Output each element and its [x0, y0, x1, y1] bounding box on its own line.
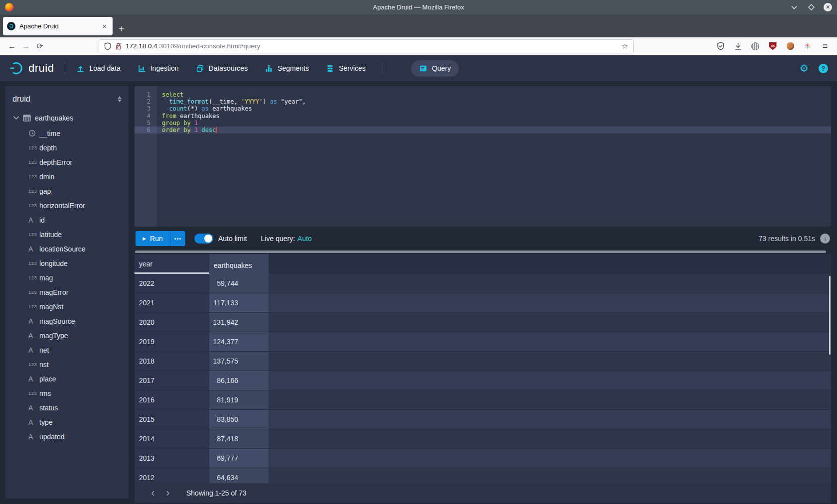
- run-button[interactable]: ▶ Run: [136, 231, 170, 246]
- close-button[interactable]: ✕: [824, 3, 832, 11]
- header-earthquakes[interactable]: earthquakes: [209, 254, 269, 274]
- cell-year[interactable]: 2016: [135, 390, 209, 409]
- table-row[interactable]: 2019124,377: [135, 332, 831, 352]
- editor-code[interactable]: select time_format(__time, 'YYYY') as "y…: [157, 86, 831, 227]
- chevron-down-icon[interactable]: [13, 116, 19, 120]
- prev-page-button[interactable]: ‹: [145, 488, 160, 498]
- table-row[interactable]: 201583,850: [135, 410, 831, 429]
- column-item[interactable]: AlocationSource: [5, 242, 129, 256]
- column-item[interactable]: AmagSource: [5, 314, 129, 328]
- column-item[interactable]: 123depth: [5, 140, 129, 155]
- cell-earthquakes[interactable]: 131,942: [209, 313, 269, 332]
- tab-close-icon[interactable]: ×: [100, 22, 109, 30]
- url-bar[interactable]: 172.18.0.4:30109/unified-console.html#qu…: [99, 39, 634, 53]
- tracking-shield-icon[interactable]: [104, 42, 111, 50]
- cell-earthquakes[interactable]: 137,575: [209, 352, 269, 371]
- settings-gear-icon[interactable]: ⚙: [800, 62, 809, 74]
- code-line[interactable]: select: [157, 91, 831, 98]
- column-item[interactable]: __time: [5, 126, 129, 140]
- nav-query-active[interactable]: Query: [411, 60, 459, 77]
- column-item[interactable]: 123mag: [5, 270, 129, 285]
- browser-tab[interactable]: Apache Druid ×: [3, 17, 113, 35]
- menu-icon[interactable]: ≡: [820, 41, 830, 51]
- column-item[interactable]: 123nst: [5, 357, 129, 372]
- downloads-icon[interactable]: [733, 41, 743, 51]
- cell-earthquakes[interactable]: 59,744: [209, 274, 269, 293]
- extension-stripes-icon[interactable]: [750, 41, 760, 51]
- column-item[interactable]: Aid: [5, 213, 129, 227]
- cell-year[interactable]: 2013: [135, 449, 209, 468]
- insecure-lock-icon[interactable]: [115, 42, 122, 50]
- column-item[interactable]: Aupdated: [5, 429, 129, 444]
- bookmark-star-icon[interactable]: ☆: [622, 42, 628, 51]
- forward-button[interactable]: →: [19, 40, 33, 53]
- cell-earthquakes[interactable]: 124,377: [209, 332, 269, 351]
- nav-services[interactable]: Services: [326, 64, 366, 73]
- cell-earthquakes[interactable]: 87,418: [209, 429, 269, 448]
- code-line[interactable]: from earthquakes: [157, 113, 831, 120]
- vertical-scrollbar[interactable]: [829, 276, 831, 355]
- cell-year[interactable]: 2020: [135, 313, 209, 332]
- ublock-icon[interactable]: U0: [768, 41, 778, 51]
- cell-year[interactable]: 2017: [135, 371, 209, 390]
- column-item[interactable]: 123latitude: [5, 227, 129, 242]
- minimize-button[interactable]: [790, 3, 799, 12]
- nav-segments[interactable]: Segments: [265, 64, 309, 73]
- table-row[interactable]: 202259,744: [135, 274, 831, 293]
- table-row[interactable]: 201487,418: [135, 429, 831, 449]
- cell-year[interactable]: 2019: [135, 332, 209, 351]
- cell-earthquakes[interactable]: 83,850: [209, 410, 269, 429]
- column-item[interactable]: 123depthError: [5, 155, 129, 169]
- column-item[interactable]: 123magError: [5, 285, 129, 299]
- code-line[interactable]: count(*) as earthquakes: [157, 105, 831, 112]
- cell-year[interactable]: 2014: [135, 429, 209, 448]
- column-item[interactable]: Aplace: [5, 372, 129, 386]
- shield-check-icon[interactable]: [715, 41, 725, 51]
- table-row[interactable]: 201681,919: [135, 390, 831, 410]
- horizontal-scrollbar[interactable]: [135, 250, 831, 254]
- column-item[interactable]: 123horizontalError: [5, 198, 129, 213]
- code-line[interactable]: time_format(__time, 'YYYY') as "year",: [157, 98, 831, 105]
- cell-year[interactable]: 2018: [135, 352, 209, 371]
- column-item[interactable]: Atype: [5, 415, 129, 429]
- column-item[interactable]: Astatus: [5, 400, 129, 415]
- cell-earthquakes[interactable]: 117,133: [209, 293, 269, 312]
- auto-limit-toggle[interactable]: [194, 234, 213, 244]
- code-line[interactable]: order by 1 desc: [157, 126, 831, 133]
- column-item[interactable]: 123gap: [5, 184, 129, 198]
- table-row[interactable]: 2020131,942: [135, 313, 831, 332]
- column-item[interactable]: AmagType: [5, 328, 129, 343]
- table-row[interactable]: 201369,777: [135, 449, 831, 468]
- reload-button[interactable]: ⟳: [33, 40, 47, 53]
- cell-earthquakes[interactable]: 69,777: [209, 449, 269, 468]
- cell-year[interactable]: 2015: [135, 410, 209, 429]
- snowflake-extension-icon[interactable]: ✳: [803, 41, 813, 51]
- column-item[interactable]: 123dmin: [5, 169, 129, 184]
- help-icon[interactable]: ?: [819, 64, 828, 73]
- cell-earthquakes[interactable]: 81,919: [209, 390, 269, 409]
- maximize-button[interactable]: [807, 3, 816, 12]
- table-row[interactable]: 2021117,133: [135, 293, 831, 313]
- sql-editor[interactable]: 123456 select time_format(__time, 'YYYY'…: [135, 86, 831, 227]
- druid-logo[interactable]: druid: [9, 61, 54, 76]
- nav-datasources[interactable]: Datasources: [196, 64, 248, 73]
- column-item[interactable]: Anet: [5, 343, 129, 357]
- table-row[interactable]: 2018137,575: [135, 352, 831, 371]
- run-more-button[interactable]: •••: [170, 231, 185, 246]
- table-row[interactable]: 201786,166: [135, 371, 831, 390]
- code-line[interactable]: group by 1: [157, 120, 831, 126]
- live-query-value[interactable]: Auto: [297, 235, 312, 243]
- nav-load-data[interactable]: Load data: [76, 64, 120, 73]
- nav-ingestion[interactable]: Ingestion: [138, 64, 179, 73]
- cell-earthquakes[interactable]: 86,166: [209, 371, 269, 390]
- live-query[interactable]: Live query:Auto: [261, 235, 312, 243]
- cell-year[interactable]: 2021: [135, 293, 209, 312]
- column-item[interactable]: 123magNst: [5, 299, 129, 314]
- column-item[interactable]: 123rms: [5, 386, 129, 400]
- column-item[interactable]: 123longitude: [5, 256, 129, 270]
- header-year[interactable]: year: [135, 254, 209, 274]
- cookie-icon[interactable]: [785, 41, 795, 51]
- back-button[interactable]: ←: [5, 40, 19, 53]
- sort-icon[interactable]: [118, 96, 122, 102]
- cell-year[interactable]: 2022: [135, 274, 209, 293]
